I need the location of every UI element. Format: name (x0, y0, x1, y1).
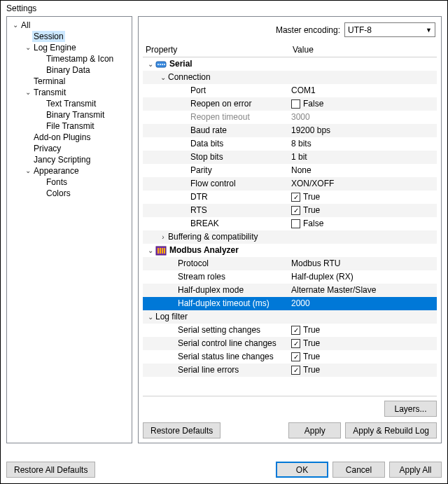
tree-item-label: Session (32, 31, 65, 42)
checkbox[interactable] (291, 219, 300, 228)
checkbox[interactable]: ✓ (291, 193, 300, 202)
tree-item[interactable]: Binary Transmit (8, 109, 130, 120)
header-value[interactable]: Value (290, 43, 437, 57)
property-value: 3000 (291, 111, 310, 124)
property-row[interactable]: Reopen on errorFalse (143, 97, 437, 111)
property-label: Serial setting changes (178, 324, 260, 337)
checkbox[interactable]: ✓ (291, 339, 300, 348)
tree-item[interactable]: Terminal (8, 76, 130, 87)
tree-item[interactable]: Timestamp & Icon (8, 53, 130, 64)
property-value: True (303, 364, 320, 377)
encoding-combo[interactable]: UTF-8 ▼ (344, 22, 435, 37)
chevron-down-icon[interactable]: ⌄ (158, 71, 168, 84)
property-row[interactable]: Reopen timeout3000 (143, 111, 437, 124)
cancel-button[interactable]: Cancel (332, 462, 385, 478)
tree-item-label: Appearance (32, 165, 80, 177)
tree-item[interactable]: ⌄All (8, 20, 130, 31)
property-value: Half-duplex (RX) (291, 270, 354, 284)
property-group[interactable]: ⌄Connection (143, 71, 437, 84)
property-row[interactable]: ParityNone (143, 164, 437, 177)
chevron-down-icon[interactable]: ⌄ (146, 244, 155, 257)
apply-rebuild-button[interactable]: Apply & Rebuild Log (345, 422, 437, 438)
property-value: Modbus RTU (291, 257, 340, 270)
property-label: Serial control line changes (178, 337, 276, 350)
apply-all-button[interactable]: Apply All (389, 462, 442, 478)
checkbox[interactable]: ✓ (291, 352, 300, 361)
tree-item[interactable]: ⌄Transmit (8, 87, 130, 98)
tree-item[interactable]: ⌄Log Engine (8, 42, 130, 53)
ok-button[interactable]: OK (276, 462, 328, 478)
property-label: Baud rate (190, 124, 227, 137)
chevron-down-icon[interactable]: ⌄ (24, 87, 32, 98)
tree-item-label: File Transmit (45, 120, 96, 132)
property-group[interactable]: ⌄Log filter (143, 310, 437, 324)
tree-item[interactable]: Privacy (8, 143, 130, 154)
tree-item[interactable]: Colors (8, 188, 130, 199)
checkbox[interactable]: ✓ (291, 206, 300, 215)
property-label: Data bits (190, 137, 223, 151)
property-label: Serial status line changes (178, 350, 274, 364)
property-row[interactable]: ProtocolModbus RTU (143, 257, 437, 270)
restore-defaults-button[interactable]: Restore Defaults (143, 422, 220, 438)
property-group[interactable]: ⌄Serial (143, 57, 437, 71)
tree-item[interactable]: Fonts (8, 177, 130, 188)
tree-item[interactable]: Add-on Plugins (8, 132, 130, 143)
category-tree[interactable]: ⌄AllSession⌄Log EngineTimestamp & IconBi… (6, 16, 132, 443)
content-area: ⌄AllSession⌄Log EngineTimestamp & IconBi… (1, 16, 447, 443)
property-value[interactable]: 2000 (291, 297, 310, 310)
property-row[interactable]: RTS✓True (143, 204, 437, 217)
property-row[interactable]: Serial line errors✓True (143, 364, 437, 377)
tree-item[interactable]: Binary Data (8, 64, 130, 76)
property-row[interactable]: Serial setting changes✓True (143, 324, 437, 337)
property-row[interactable]: Stop bits1 bit (143, 151, 437, 164)
window-title: Settings (1, 1, 447, 16)
chevron-down-icon[interactable]: ⌄ (24, 42, 32, 53)
property-label: Protocol (178, 257, 209, 270)
property-row[interactable]: Serial status line changes✓True (143, 350, 437, 364)
chevron-right-icon[interactable]: › (158, 230, 168, 244)
chevron-down-icon[interactable]: ⌄ (24, 165, 32, 177)
tree-item-label: All (20, 20, 31, 31)
dialog-button-bar: Restore All Defaults OK Cancel Apply All (6, 462, 442, 478)
restore-all-defaults-button[interactable]: Restore All Defaults (6, 462, 95, 478)
property-row[interactable]: Serial control line changes✓True (143, 337, 437, 350)
property-row[interactable]: DTR✓True (143, 191, 437, 204)
property-row[interactable]: Stream rolesHalf-duplex (RX) (143, 270, 437, 284)
checkbox[interactable]: ✓ (291, 326, 300, 335)
settings-window: Settings ⌄AllSession⌄Log EngineTimestamp… (0, 0, 448, 484)
chevron-down-icon[interactable]: ⌄ (11, 20, 20, 31)
property-row[interactable]: Half-duplex timeout (ms)2000 (143, 297, 437, 310)
property-panel: Master encoding: UTF-8 ▼ Property Value … (138, 16, 442, 443)
property-row[interactable]: Half-duplex modeAlternate Master/Slave (143, 284, 437, 297)
property-row[interactable]: Flow controlXON/XOFF (143, 177, 437, 191)
layers-button[interactable]: Layers... (384, 401, 437, 417)
encoding-row: Master encoding: UTF-8 ▼ (143, 21, 437, 43)
svg-rect-6 (158, 248, 159, 254)
encoding-value: UTF-8 (348, 25, 372, 35)
property-row[interactable]: BREAKFalse (143, 217, 437, 230)
checkbox[interactable]: ✓ (291, 366, 300, 375)
tree-item-label: Text Transmit (45, 98, 97, 109)
property-value: True (303, 191, 320, 204)
property-row[interactable]: Baud rate19200 bps (143, 124, 437, 137)
property-row[interactable]: PortCOM1 (143, 84, 437, 97)
property-grid[interactable]: ⌄Serial⌄ConnectionPortCOM1Reopen on erro… (143, 57, 437, 396)
chevron-down-icon[interactable]: ⌄ (146, 310, 155, 324)
tree-item-label: Timestamp & Icon (45, 53, 115, 64)
property-label: Serial line errors (178, 364, 239, 377)
tree-item[interactable]: Jancy Scripting (8, 154, 130, 165)
tree-item[interactable]: File Transmit (8, 120, 130, 132)
apply-button[interactable]: Apply (288, 422, 341, 438)
checkbox[interactable] (291, 99, 300, 109)
property-group[interactable]: ⌄Modbus Analyzer (143, 244, 437, 257)
tree-item[interactable]: ⌄Appearance (8, 165, 130, 177)
property-group[interactable]: ›Buffering & compatibility (143, 230, 437, 244)
tree-item[interactable]: Text Transmit (8, 98, 130, 109)
property-row[interactable]: Data bits8 bits (143, 137, 437, 151)
chevron-down-icon: ▼ (426, 27, 432, 34)
tree-item[interactable]: Session (8, 31, 130, 42)
property-label: Half-duplex timeout (ms) (178, 297, 270, 310)
chevron-down-icon[interactable]: ⌄ (146, 57, 155, 71)
svg-point-4 (164, 64, 165, 65)
header-property[interactable]: Property (143, 43, 290, 57)
